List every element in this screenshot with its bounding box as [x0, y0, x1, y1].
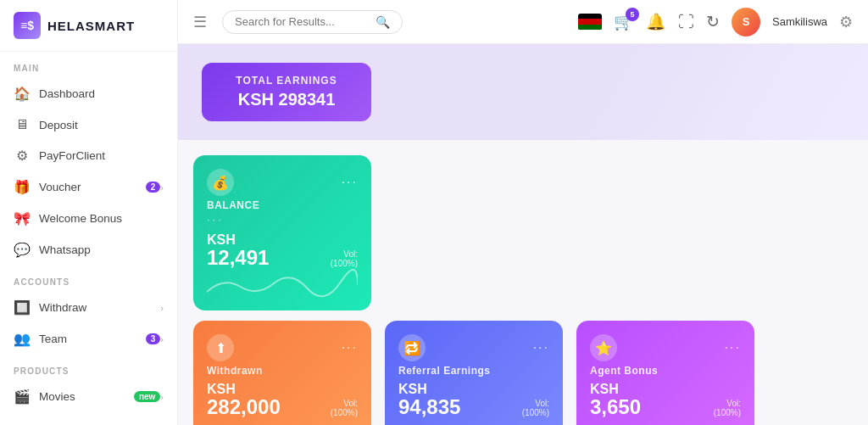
sidebar-item-payforclient[interactable]: ⚙ PayForClient [0, 140, 177, 171]
search-bar[interactable]: 🔍 [222, 10, 403, 34]
total-earnings-amount: KSH 298341 [229, 90, 344, 109]
cards-row-1: 💰 ··· BALANCE ··· KSH 12,491 Vol:(100%) [178, 140, 868, 310]
agent-bonus-icon: ⭐ [590, 334, 617, 361]
sidebar-item-label: Team [39, 333, 142, 345]
avatar[interactable]: S [732, 8, 760, 36]
withdrawn-card-menu[interactable]: ··· [342, 340, 358, 355]
balance-card-menu[interactable]: ··· [342, 175, 358, 190]
sidebar-section-main: MAIN [0, 52, 177, 78]
search-icon: 🔍 [376, 15, 390, 29]
notification-bell-button[interactable]: 🔔 [646, 12, 666, 31]
balance-icon: 💰 [207, 169, 234, 196]
sidebar-logo: ≡$ HELASMART [0, 0, 177, 52]
referral-card-menu[interactable]: ··· [533, 340, 549, 355]
referral-card-title: Referral Earnings [398, 365, 549, 377]
sidebar-item-label: Whatsapp [39, 243, 164, 256]
sidebar-item-label: Welcome Bonus [39, 212, 164, 225]
payforclient-icon: ⚙ [14, 148, 31, 164]
deposit-icon: 🖥 [14, 117, 31, 132]
agent-bonus-card-header: ⭐ ··· [590, 334, 741, 361]
referral-card-header: 🔁 ··· [398, 334, 549, 361]
balance-vol: Vol:(100%) [331, 249, 358, 268]
withdrawn-card-title: Withdrawn [207, 365, 358, 377]
sidebar-item-deposit[interactable]: 🖥 Deposit [0, 109, 177, 140]
home-icon: 🏠 [14, 86, 31, 102]
welcome-bonus-icon: 🎀 [14, 210, 31, 226]
withdrawn-amount: 282,000 [207, 397, 281, 417]
referral-card: 🔁 ··· Referral Earnings KSH 94,835 Vol:(… [385, 321, 563, 425]
whatsapp-icon: 💬 [14, 242, 31, 258]
withdrawn-icon: ⬆ [207, 334, 234, 361]
team-icon: 👥 [14, 331, 31, 347]
navbar: ☰ 🔍 🛒 5 🔔 ⛶ ↻ S Samkiliswa ⚙ [178, 0, 868, 44]
agent-bonus-card-menu[interactable]: ··· [725, 340, 741, 355]
sidebar-item-voucher[interactable]: 🎁 Voucher 2 › [0, 171, 177, 203]
team-badge: 3 [146, 333, 161, 344]
withdraw-icon: 🔲 [14, 299, 31, 316]
sidebar-section-accounts: ACCOUNTS [0, 266, 177, 292]
chevron-right-icon: › [160, 182, 164, 193]
balance-card-header: 💰 ··· [207, 169, 358, 196]
total-earnings-label: TOTAL EARNINGS [229, 75, 344, 87]
sidebar-item-welcome-bonus[interactable]: 🎀 Welcome Bonus [0, 203, 177, 234]
logo-text: HELASMART [47, 19, 135, 33]
sidebar-section-products: PRODUCTS [0, 355, 177, 381]
agent-bonus-card-title: Agent Bonus [590, 365, 741, 377]
chevron-right-icon: › [160, 303, 164, 313]
dashboard-content: TOTAL EARNINGS KSH 298341 💰 ··· BALANCE … [178, 44, 868, 425]
referral-vol: Vol:(100%) [522, 399, 549, 417]
sidebar-item-team[interactable]: 👥 Team 3 › [0, 323, 177, 355]
cart-badge: 5 [626, 8, 639, 21]
kenya-flag [578, 14, 602, 31]
hamburger-icon[interactable]: ☰ [193, 13, 207, 31]
sidebar-item-label: Movies [39, 390, 130, 403]
sidebar-item-movies[interactable]: 🎬 Movies new › [0, 381, 177, 412]
search-input[interactable] [235, 15, 371, 28]
balance-wave [207, 268, 358, 302]
chevron-right-icon: › [160, 392, 164, 402]
sidebar-item-label: Dashboard [39, 87, 164, 100]
withdrawn-vol: Vol:(100%) [331, 399, 358, 417]
balance-amount: 12,491 [207, 248, 269, 268]
sidebar-item-label: Voucher [39, 181, 142, 193]
agent-bonus-amount-row: KSH 3,650 Vol:(100%) [590, 382, 741, 417]
balance-card: 💰 ··· BALANCE ··· KSH 12,491 Vol:(100%) [193, 155, 371, 310]
chevron-right-icon: › [160, 334, 164, 344]
withdrawn-card: ⬆ ··· Withdrawn KSH 282,000 Vol:(100%) [193, 321, 371, 425]
user-name[interactable]: Samkiliswa [772, 15, 827, 28]
sidebar: ≡$ HELASMART MAIN 🏠 Dashboard 🖥 Deposit … [0, 0, 178, 425]
sidebar-item-label: PayForClient [39, 149, 164, 162]
balance-card-ellipsis: ··· [207, 213, 358, 226]
sidebar-item-withdraw[interactable]: 🔲 Withdraw › [0, 292, 177, 323]
referral-amount: 94,835 [398, 397, 460, 417]
logo-icon: ≡$ [14, 12, 41, 39]
referral-amount-row: KSH 94,835 Vol:(100%) [398, 382, 549, 417]
sidebar-item-label: Deposit [39, 119, 164, 131]
voucher-badge: 2 [146, 182, 161, 193]
earnings-banner: TOTAL EARNINGS KSH 298341 [178, 44, 868, 140]
balance-card-title: BALANCE [207, 199, 358, 211]
agent-bonus-card: ⭐ ··· Agent Bonus KSH 3,650 Vol:(100%) [576, 321, 754, 425]
withdrawn-card-header: ⬆ ··· [207, 334, 358, 361]
withdrawn-amount-row: KSH 282,000 Vol:(100%) [207, 382, 358, 417]
refresh-button[interactable]: ↻ [706, 12, 720, 31]
sidebar-item-dashboard[interactable]: 🏠 Dashboard [0, 78, 177, 109]
balance-amount-row: KSH 12,491 Vol:(100%) [207, 232, 358, 268]
sidebar-item-whatsapp[interactable]: 💬 Whatsapp [0, 234, 177, 266]
navbar-actions: 🛒 5 🔔 ⛶ ↻ S Samkiliswa ⚙ [578, 8, 853, 36]
movies-badge: new [134, 391, 160, 402]
fullscreen-button[interactable]: ⛶ [678, 13, 694, 31]
movies-icon: 🎬 [14, 389, 31, 405]
referral-icon: 🔁 [398, 334, 426, 361]
sidebar-item-label: Withdraw [39, 301, 160, 314]
main-area: ☰ 🔍 🛒 5 🔔 ⛶ ↻ S Samkiliswa ⚙ [178, 0, 868, 425]
gear-icon[interactable]: ⚙ [839, 13, 853, 31]
total-earnings-card: TOTAL EARNINGS KSH 298341 [202, 63, 371, 121]
agent-bonus-amount: 3,650 [590, 397, 641, 417]
cards-row-2: ⬆ ··· Withdrawn KSH 282,000 Vol:(100%) 🔁… [178, 310, 868, 425]
cart-button[interactable]: 🛒 5 [614, 12, 634, 31]
voucher-icon: 🎁 [14, 179, 31, 195]
agent-bonus-vol: Vol:(100%) [714, 399, 741, 417]
